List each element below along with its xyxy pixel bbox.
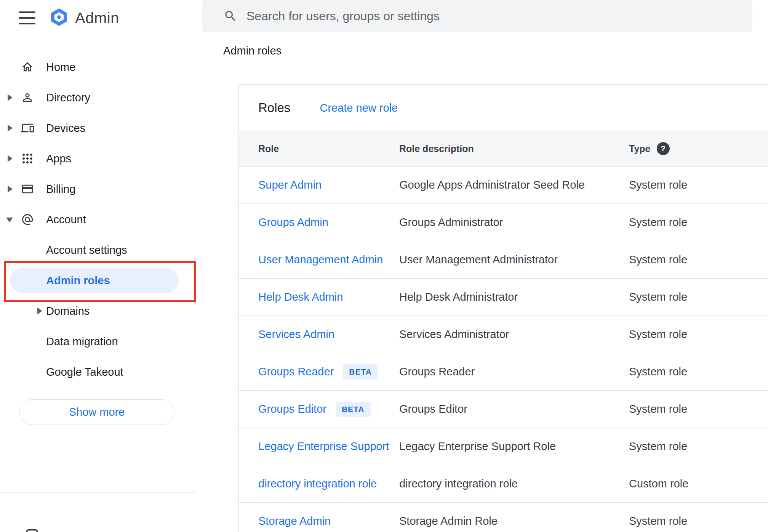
table-header: Role Role description Type ?	[239, 131, 768, 167]
role-link[interactable]: Services Admin	[258, 328, 334, 341]
role-link[interactable]: Help Desk Admin	[258, 291, 343, 303]
role-link[interactable]: Super Admin	[258, 179, 322, 191]
main-content: Admin roles Roles Create new role Role R…	[202, 0, 768, 532]
column-header-type: Type ?	[629, 142, 768, 155]
role-description: Groups Administrator	[399, 216, 629, 229]
role-cell: Groups Admin	[258, 216, 399, 229]
sidebar-item-label: Google Takeout	[46, 366, 123, 378]
sidebar-item-label: Home	[46, 61, 75, 74]
role-description: directory integration role	[399, 478, 629, 490]
sidebar-item-account[interactable]: Account	[0, 204, 202, 235]
sidebar-item-google-takeout[interactable]: Google Takeout	[0, 357, 202, 387]
role-cell: Groups ReaderBETA	[258, 364, 399, 380]
role-cell: Groups EditorBETA	[258, 402, 399, 417]
role-type: System role	[629, 515, 768, 527]
sidebar-item-home[interactable]: Home	[0, 52, 202, 82]
role-description: User Management Administrator	[399, 253, 629, 266]
role-description: Storage Admin Role	[399, 515, 629, 527]
roles-panel: Roles Create new role Role Role descript…	[238, 84, 768, 532]
role-link[interactable]: Groups Reader	[258, 365, 334, 378]
collapse-arrow-icon[interactable]	[6, 218, 13, 223]
sidebar-item-label: Account	[46, 213, 86, 226]
beta-badge: BETA	[336, 402, 371, 417]
expand-arrow-icon[interactable]	[8, 125, 13, 131]
role-type: Custom role	[629, 478, 768, 490]
sidebar-item-directory[interactable]: Directory	[0, 82, 202, 113]
expand-arrow-icon[interactable]	[37, 308, 42, 314]
admin-logo[interactable]: Admin	[49, 7, 119, 29]
sidebar-item-label: Apps	[46, 152, 71, 165]
create-new-role-link[interactable]: Create new role	[320, 102, 398, 114]
sidebar-item-apps[interactable]: Apps	[0, 143, 202, 174]
table-row: Help Desk AdminHelp Desk AdministratorSy…	[239, 279, 768, 316]
role-description: Groups Reader	[399, 365, 629, 378]
sidebar: Admin HomeDirectoryDevicesAppsBillingAcc…	[0, 0, 202, 532]
role-link[interactable]: directory integration role	[258, 478, 377, 490]
roles-panel-header: Roles Create new role	[239, 85, 768, 131]
search-input[interactable]	[246, 9, 752, 23]
sidebar-header: Admin	[0, 0, 202, 38]
sidebar-item-label: Admin roles	[46, 274, 110, 287]
home-icon	[21, 61, 34, 74]
role-type: System role	[629, 440, 768, 453]
expand-arrow-icon[interactable]	[8, 94, 13, 101]
sidebar-item-data-migration[interactable]: Data migration	[0, 326, 202, 357]
menu-icon[interactable]	[19, 11, 35, 24]
role-description: Help Desk Administrator	[399, 291, 629, 303]
role-cell: Legacy Enterprise Support	[258, 440, 399, 453]
table-row: User Management AdminUser Management Adm…	[239, 241, 768, 279]
sidebar-nav: HomeDirectoryDevicesAppsBillingAccountAc…	[0, 52, 202, 387]
sidebar-item-label: Domains	[46, 305, 90, 317]
sidebar-item-label: Account settings	[46, 244, 127, 256]
role-type: System role	[629, 403, 768, 415]
role-link[interactable]: Groups Editor	[258, 403, 326, 415]
sidebar-bottom-icon	[24, 527, 40, 532]
role-type: System role	[629, 179, 768, 191]
search-icon	[224, 9, 237, 23]
role-type: System role	[629, 328, 768, 341]
role-link[interactable]: Storage Admin	[258, 515, 331, 527]
sidebar-item-label: Devices	[46, 122, 85, 135]
role-cell: User Management Admin	[258, 253, 399, 266]
column-header-type-label: Type	[629, 143, 651, 154]
role-description: Legacy Enterprise Support Role	[399, 440, 629, 453]
role-type: System role	[629, 365, 768, 378]
role-link[interactable]: Groups Admin	[258, 216, 328, 229]
column-header-description: Role description	[399, 143, 629, 154]
search-bar	[202, 0, 752, 32]
role-link[interactable]: Legacy Enterprise Support	[258, 440, 389, 453]
admin-logo-text: Admin	[75, 10, 119, 27]
sidebar-divider	[0, 492, 195, 493]
roles-title: Roles	[258, 101, 290, 115]
admin-logo-icon	[49, 7, 69, 29]
table-row: Storage AdminStorage Admin RoleSystem ro…	[239, 503, 768, 532]
sidebar-item-admin-roles[interactable]: Admin roles	[0, 265, 202, 296]
role-cell: Storage Admin	[258, 515, 399, 527]
page: Admin HomeDirectoryDevicesAppsBillingAcc…	[0, 0, 768, 532]
person-icon	[21, 91, 34, 104]
devices-icon	[21, 122, 34, 135]
table-row: Groups AdminGroups AdministratorSystem r…	[239, 204, 768, 241]
sidebar-item-account-settings[interactable]: Account settings	[0, 235, 202, 265]
apps-icon	[21, 152, 34, 165]
table-row: Groups ReaderBETAGroups ReaderSystem rol…	[239, 353, 768, 391]
table-row: Services AdminServices AdministratorSyst…	[239, 316, 768, 353]
role-link[interactable]: User Management Admin	[258, 253, 383, 266]
expand-arrow-icon[interactable]	[8, 186, 13, 192]
table-row: Legacy Enterprise SupportLegacy Enterpri…	[239, 428, 768, 465]
role-description: Groups Editor	[399, 403, 629, 415]
column-header-role: Role	[258, 143, 399, 154]
sidebar-item-label: Directory	[46, 91, 90, 104]
at-icon	[21, 213, 34, 226]
expand-arrow-icon[interactable]	[8, 155, 13, 162]
sidebar-item-devices[interactable]: Devices	[0, 113, 202, 143]
role-cell: Services Admin	[258, 328, 399, 341]
table-row: Super AdminGoogle Apps Administrator See…	[239, 167, 768, 204]
sidebar-item-domains[interactable]: Domains	[0, 296, 202, 326]
billing-icon	[21, 183, 34, 195]
sidebar-item-billing[interactable]: Billing	[0, 174, 202, 204]
sidebar-item-label: Billing	[46, 183, 75, 195]
role-type: System role	[629, 291, 768, 303]
help-icon[interactable]: ?	[657, 142, 670, 155]
show-more-button[interactable]: Show more	[19, 399, 174, 425]
